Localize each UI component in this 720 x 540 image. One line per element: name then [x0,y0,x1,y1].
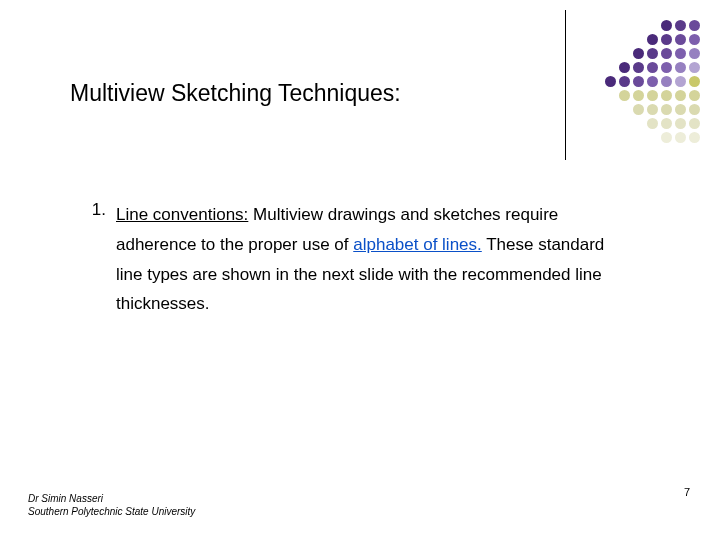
dot-row [605,20,700,31]
decorative-dot [647,118,658,129]
decorative-dot [633,90,644,101]
dot-spacer [647,132,658,143]
decorative-dot [675,76,686,87]
list-item: 1. Line conventions: Multiview drawings … [80,200,620,319]
decorative-dot [689,118,700,129]
decorative-dot [689,20,700,31]
title-divider [565,10,566,160]
decorative-dot [675,118,686,129]
dot-row [605,104,700,115]
dot-spacer [633,132,644,143]
dot-spacer [605,20,616,31]
decorative-dot [647,34,658,45]
decorative-dot [619,62,630,73]
dot-spacer [633,118,644,129]
decorative-dot [689,76,700,87]
decorative-dot [633,76,644,87]
decorative-dot [661,20,672,31]
dot-row [605,62,700,73]
list-lead-underline: Line conventions: [116,205,248,224]
dot-spacer [605,118,616,129]
decorative-dot [689,90,700,101]
list-number: 1. [80,200,116,220]
decorative-dot [689,62,700,73]
decorative-dot [689,104,700,115]
decorative-dot [647,90,658,101]
decorative-dot [647,48,658,59]
slide: Multiview Sketching Techniques: 1. Line … [0,0,720,540]
dot-row [605,34,700,45]
dot-spacer [605,62,616,73]
decorative-dot [661,118,672,129]
dot-spacer [619,104,630,115]
decorative-dot [689,34,700,45]
decorative-dot [675,90,686,101]
decorative-dot [661,132,672,143]
dot-row [605,90,700,101]
dot-spacer [605,104,616,115]
dot-spacer [619,20,630,31]
dot-spacer [647,20,658,31]
dot-row [605,76,700,87]
title-area: Multiview Sketching Techniques: [70,80,401,107]
dot-spacer [605,90,616,101]
dot-spacer [605,132,616,143]
decorative-dot [675,34,686,45]
decorative-dot [661,104,672,115]
decorative-dot [675,62,686,73]
decorative-dot [675,132,686,143]
decorative-dot [647,104,658,115]
dot-spacer [619,118,630,129]
decorative-dot [675,104,686,115]
decorative-dot [689,132,700,143]
dot-spacer [633,20,644,31]
decorative-dot [605,76,616,87]
footer-author: Dr Simin Nasseri [28,493,195,506]
dot-row [605,118,700,129]
decorative-dot [633,104,644,115]
decorative-dot [661,76,672,87]
decorative-dot [619,90,630,101]
dot-row [605,48,700,59]
dot-spacer [619,48,630,59]
list-text: Line conventions: Multiview drawings and… [116,200,620,319]
decorative-dot [633,62,644,73]
dot-spacer [605,34,616,45]
decorative-dot [619,76,630,87]
footer-org: Southern Polytechnic State University [28,506,195,519]
decorative-dot-grid [605,20,700,146]
footer: Dr Simin Nasseri Southern Polytechnic St… [28,493,195,518]
decorative-dot [633,48,644,59]
decorative-dot [689,48,700,59]
content-body: 1. Line conventions: Multiview drawings … [80,200,620,319]
decorative-dot [675,20,686,31]
decorative-dot [661,34,672,45]
page-number: 7 [684,486,690,498]
dot-spacer [619,34,630,45]
decorative-dot [675,48,686,59]
slide-title: Multiview Sketching Techniques: [70,80,401,107]
decorative-dot [661,62,672,73]
alphabet-of-lines-link[interactable]: alphabet of lines. [353,235,482,254]
decorative-dot [647,62,658,73]
decorative-dot [647,76,658,87]
dot-spacer [619,132,630,143]
decorative-dot [661,90,672,101]
dot-row [605,132,700,143]
dot-spacer [605,48,616,59]
dot-spacer [633,34,644,45]
decorative-dot [661,48,672,59]
